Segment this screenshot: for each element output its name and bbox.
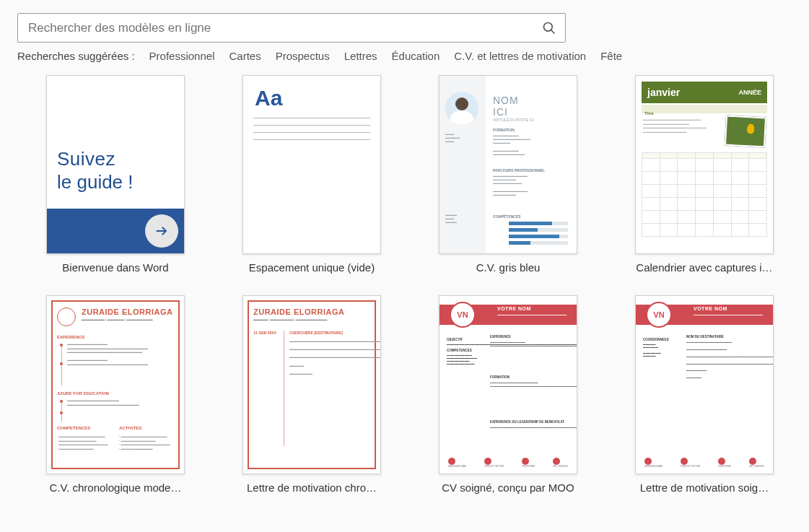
section-header: EXPERIENCE DU LEADERSHIP DE BENEVOLAT bbox=[490, 420, 569, 424]
template-cv-chronologique[interactable]: ZURAIDE ELORRIAGA ▬▬▬▬▬▬▬▬ | ▬▬▬▬▬▬ | ▬▬… bbox=[43, 295, 188, 494]
search-icon[interactable] bbox=[542, 21, 556, 35]
suggestion-fete[interactable]: Fête bbox=[600, 50, 622, 62]
template-thumb: Aa bbox=[242, 75, 381, 254]
section-header: AZURE FOR EDUCATION bbox=[57, 391, 109, 396]
suggestion-education[interactable]: Éducation bbox=[392, 50, 440, 62]
template-lettre-moo[interactable]: VN VOTRE NOM ▬▬▬▬▬▬▬▬▬▬▬▬▬▬▬▬▬▬▬▬▬▬▬▬▬▬▬… bbox=[632, 295, 777, 494]
suggestion-professionnel[interactable]: Professionnel bbox=[149, 50, 215, 62]
search-input[interactable] bbox=[27, 20, 542, 36]
timeline bbox=[61, 400, 62, 422]
section-header: COMPETENCES bbox=[57, 426, 90, 430]
sidebar-text: ▬▬▬▬▬▬▬▬▬▬▬ bbox=[445, 213, 480, 224]
letter-recipient: CHER/CHÈRE [DESTINATAIRE] bbox=[289, 331, 343, 335]
letter-body: ▬▬▬▬▬▬▬▬▬▬▬▬▬▬▬▬▬▬▬▬▬▬▬▬▬▬▬▬▬▬▬▬▬▬▬▬▬▬▬▬… bbox=[289, 339, 372, 375]
suggestion-cv[interactable]: C.V. et lettres de motivation bbox=[454, 50, 586, 62]
section-header: FORMATION bbox=[493, 128, 571, 132]
template-caption: Bienvenue dans Word bbox=[43, 261, 188, 274]
section-header: COMPÉTENCES bbox=[493, 214, 571, 219]
cv-name1: NOM bbox=[493, 95, 519, 106]
template-caption: C.V. gris bleu bbox=[436, 261, 580, 274]
cv-meta: ▬▬▬▬▬▬▬▬ | ▬▬▬▬▬▬ | ▬▬▬▬▬▬▬▬▬ bbox=[82, 318, 153, 321]
welcome-line2: le guide ! bbox=[57, 171, 134, 193]
subtitle: ▬▬▬▬▬▬▬▬▬▬▬▬▬▬▬▬▬▬▬▬▬▬▬▬▬▬▬▬▬▬▬▬ bbox=[497, 313, 567, 316]
rule-line bbox=[253, 118, 370, 118]
section-header: EXPERIENCE bbox=[490, 335, 569, 339]
initials-badge: VN bbox=[646, 302, 672, 328]
phone-icon bbox=[522, 458, 529, 465]
skill-bar bbox=[509, 241, 530, 245]
cv-name2: ICI bbox=[493, 106, 508, 118]
svg-line-1 bbox=[551, 30, 555, 33]
frame bbox=[248, 300, 376, 469]
suggestions-label: Recherches suggérées : bbox=[17, 50, 135, 62]
initials-badge: VN bbox=[450, 302, 476, 328]
right-section: EXPERIENCE DU LEADERSHIP DE BENEVOLAT ▬▬… bbox=[490, 420, 569, 429]
template-cv-moo[interactable]: VN VOTRE NOM ▬▬▬▬▬▬▬▬▬▬▬▬▬▬▬▬▬▬▬▬▬▬▬▬▬▬▬… bbox=[436, 295, 580, 494]
suggestion-lettres[interactable]: Lettres bbox=[344, 50, 377, 62]
template-grid: Suivez le guide ! Bienvenue dans Word Aa… bbox=[0, 62, 809, 494]
suggestion-cartes[interactable]: Cartes bbox=[229, 50, 261, 62]
section-body: ▬▬▬▬▬▬▬▬▬▬▬▬▬▬▬▬▬▬▬▬▬▬▬▬▬▬▬▬▬▬▬▬▬▬▬▬▬▬▬▬… bbox=[493, 174, 571, 196]
left-column: COORDONNEES ▬▬▬▬▬▬▬▬▬▬▬▬▬▬▬▬▬▬▬▬▬▬▬ bbox=[643, 335, 679, 357]
template-caption: Lettre de motivation soig… bbox=[632, 481, 777, 494]
email-icon bbox=[448, 458, 455, 465]
arrow-circle bbox=[145, 214, 178, 248]
template-thumb: ZURAIDE ELORRIAGA ▬▬▬▬▬ | ▬▬▬▬▬▬▬▬ | ▬▬▬… bbox=[242, 295, 381, 474]
section-body: ▬▬▬▬▬▬▬▬▬▬▬▬▬▬▬▬▬▬▬▬▬▬▬▬▬▬▬▬▬▬▬▬▬▬▬▬▬▬▬▬… bbox=[67, 342, 175, 367]
template-thumb: VN VOTRE NOM ▬▬▬▬▬▬▬▬▬▬▬▬▬▬▬▬▬▬▬▬▬▬▬▬▬▬▬… bbox=[439, 295, 577, 474]
search-box[interactable] bbox=[17, 13, 566, 43]
right-section: NOM DU DESTINATAIRE ▬▬▬▬▬▬▬▬▬▬▬▬▬▬▬▬▬▬▬▬… bbox=[686, 335, 766, 380]
cv-subtitle: INTITULÉ DU POSTE ICI bbox=[493, 118, 534, 122]
template-cv-gris-bleu[interactable]: ▬▬▬▬▬▬▬▬▬▬▬ ▬▬▬▬▬▬▬▬▬▬▬ NOM ICI INTITULÉ… bbox=[436, 75, 580, 274]
section-header: COMPETENCES bbox=[447, 349, 483, 352]
template-caption: Espacement unique (vide) bbox=[240, 261, 384, 274]
timeline-dot bbox=[60, 344, 63, 346]
linkedin-icon bbox=[749, 458, 756, 465]
right-section: FORMATION ▬▬▬▬▬▬▬▬▬▬▬▬▬▬▬▬▬▬▬▬▬▬▬▬▬▬▬▬▬▬… bbox=[490, 375, 569, 388]
calendar-photo bbox=[725, 115, 766, 148]
letter-date: 12 JUIN 20XX bbox=[253, 331, 276, 335]
template-thumb: ▬▬▬▬▬▬▬▬▬▬▬ ▬▬▬▬▬▬▬▬▬▬▬ NOM ICI INTITULÉ… bbox=[439, 75, 577, 254]
section-header: EXPERIENCE bbox=[57, 335, 85, 339]
template-thumb: Suivez le guide ! bbox=[46, 75, 185, 254]
divider bbox=[284, 331, 284, 446]
calendar-header: janvier ANNÉE bbox=[642, 82, 767, 103]
left-column: OBJECTIF ▬▬▬▬▬▬▬▬▬▬▬▬▬▬▬▬▬▬▬▬▬▬▬▬▬▬▬▬▬▬▬… bbox=[447, 335, 483, 365]
icon-row: ADRESSE E-MAIL PSEUDO TWITTER TELEPHONE … bbox=[636, 458, 773, 468]
section-body: • ▬▬▬▬▬▬▬▬▬▬▬▬▬▬▬▬• ▬▬▬▬▬▬▬▬▬▬▬▬▬• ▬▬▬▬▬… bbox=[57, 435, 115, 450]
suggestion-prospectus[interactable]: Prospectus bbox=[276, 50, 330, 62]
template-espacement-unique[interactable]: Aa Espacement unique (vide) bbox=[240, 75, 384, 274]
template-caption: CV soigné, conçu par MOO bbox=[436, 481, 580, 494]
timeline-dot bbox=[60, 411, 63, 414]
template-caption: Calendrier avec captures i… bbox=[632, 261, 777, 274]
template-caption: C.V. chronologique mode… bbox=[43, 481, 188, 494]
template-thumb: VN VOTRE NOM ▬▬▬▬▬▬▬▬▬▬▬▬▬▬▬▬▬▬▬▬▬▬▬▬▬▬▬… bbox=[635, 295, 774, 474]
arrow-right-icon bbox=[154, 223, 170, 239]
calendar-grid bbox=[642, 152, 767, 237]
sidebar-text: ▬▬▬▬▬▬▬▬▬▬▬ bbox=[445, 132, 480, 143]
twitter-icon bbox=[484, 458, 491, 465]
skill-bar bbox=[509, 222, 552, 225]
cv-name: ZURAIDE ELORRIAGA bbox=[253, 308, 344, 316]
template-bienvenue[interactable]: Suivez le guide ! Bienvenue dans Word bbox=[43, 75, 188, 274]
timeline-dot bbox=[60, 400, 63, 403]
section-header: COORDONNEES bbox=[643, 338, 679, 341]
email-icon bbox=[644, 458, 652, 465]
timeline-dot bbox=[60, 362, 63, 365]
template-calendrier[interactable]: janvier ANNÉE Titre ▬▬▬▬▬▬▬▬▬▬▬▬▬▬▬▬▬▬▬▬… bbox=[632, 75, 777, 274]
section-header: PARCOURS PROFESSIONNEL bbox=[493, 168, 571, 173]
welcome-line1: Suivez bbox=[57, 148, 115, 170]
section-header: NOM DU DESTINATAIRE bbox=[686, 335, 766, 339]
template-thumb: janvier ANNÉE Titre ▬▬▬▬▬▬▬▬▬▬▬▬▬▬▬▬▬▬▬▬… bbox=[635, 75, 774, 254]
section-header: FORMATION bbox=[490, 375, 569, 380]
rule-line bbox=[253, 139, 370, 140]
calendar-month: janvier bbox=[647, 87, 680, 98]
skill-bar bbox=[509, 235, 559, 238]
twitter-icon bbox=[681, 458, 688, 465]
section-header: ACTIVITES bbox=[119, 426, 141, 430]
linkedin-icon bbox=[553, 458, 560, 465]
section-body: ▬▬▬▬▬▬▬▬▬▬▬▬▬▬▬▬▬▬▬▬▬▬▬▬▬▬▬▬▬▬▬▬▬▬▬▬▬▬▬▬… bbox=[493, 134, 571, 156]
aa-text: Aa bbox=[255, 86, 282, 110]
template-lettre-chrono[interactable]: ZURAIDE ELORRIAGA ▬▬▬▬▬ | ▬▬▬▬▬▬▬▬ | ▬▬▬… bbox=[240, 295, 384, 494]
name: VOTRE NOM bbox=[694, 306, 727, 311]
